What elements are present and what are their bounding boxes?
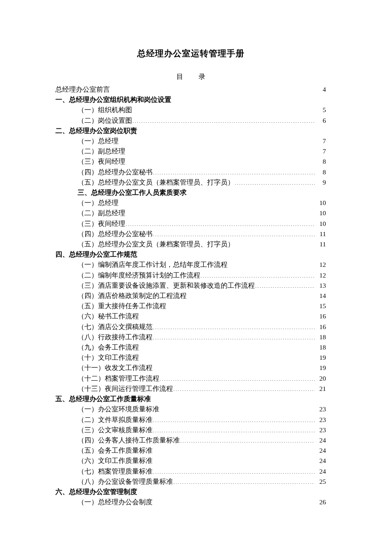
toc-leader-dots <box>153 332 315 339</box>
toc-entry: （一）总经理7 <box>78 136 326 146</box>
toc-section-heading: 三、总经理办公室工作人员素质要求 <box>78 188 326 198</box>
toc-page-number: 11 <box>315 239 326 249</box>
toc-page-number: 19 <box>315 353 326 363</box>
toc-leader-dots <box>153 457 315 463</box>
toc-entry: （二）文件草拟质量标准23 <box>78 415 326 425</box>
toc-leader-dots <box>159 405 315 412</box>
toc-section-heading: 六、总经理办公室管理制度 <box>55 487 326 497</box>
toc-page-number: 15 <box>315 301 326 311</box>
toc-entry: （三）夜间经理10 <box>78 219 326 229</box>
toc-entry: （十）文印工作流程19 <box>78 353 326 363</box>
toc-entry-label: （三）夜间经理 <box>78 219 125 229</box>
toc-entry-label: （四）公务客人接待工作质量标准 <box>78 435 180 445</box>
toc-entry: （七）酒店公文撰稿规范16 <box>78 322 326 332</box>
toc-page-number: 8 <box>315 167 326 177</box>
toc-entry: （五）总经理办公室文员（兼档案管理员、打字员）9 <box>78 177 326 188</box>
toc-entry: （二）编制年度经济预算计划的工作流程12 <box>78 270 326 280</box>
toc-leader-dots <box>110 85 315 92</box>
toc-leader-dots <box>255 281 315 288</box>
toc-entry-label: （一）总经理 <box>78 198 118 208</box>
toc-page-number: 10 <box>315 198 326 208</box>
toc-leader-dots <box>153 467 315 474</box>
toc-page-number: 12 <box>315 270 326 280</box>
toc-entry-label: （二）岗位设置图 <box>78 116 132 126</box>
toc-page-number: 4 <box>315 84 326 95</box>
toc-entry: （八）行政接待工作流程18 <box>78 332 326 342</box>
toc-leader-dots <box>153 446 315 453</box>
toc-entry: （六）秘书工作流程16 <box>78 311 326 321</box>
toc-leader-dots <box>118 137 315 144</box>
toc-leader-dots <box>159 374 315 381</box>
toc-page-number: 11 <box>315 229 326 239</box>
toc-leader-dots <box>228 260 315 267</box>
toc-leader-dots <box>132 116 315 123</box>
toc-entry: （四）总经理办公室秘书8 <box>78 167 326 177</box>
toc-leader-dots <box>166 302 315 309</box>
toc-entry: （六）文印工作质量标准24 <box>78 456 326 466</box>
toc-page-number: 10 <box>315 219 326 229</box>
toc-entry: （一）总经理办公会制度26 <box>78 497 326 507</box>
toc-page-number: 12 <box>315 260 326 270</box>
toc-section-heading: 五、总经理办公室工作质量标准 <box>55 394 326 404</box>
toc-entry-label: （二）副总经理 <box>78 208 125 218</box>
toc-entry: 总经理办公室前言4 <box>55 84 326 95</box>
toc-leader-dots <box>234 240 315 247</box>
toc-entry: （四）总经理办公室秘书11 <box>78 229 326 239</box>
toc-page-number: 23 <box>315 425 326 435</box>
toc-leader-dots <box>173 477 315 484</box>
toc-page-number: 6 <box>315 116 326 126</box>
toc-entry-label: 四、总经理办公室工作规范 <box>55 249 137 260</box>
toc-entry-label: 总经理办公室前言 <box>55 84 110 95</box>
toc-page-number: 19 <box>315 363 326 373</box>
toc-leader-dots <box>200 271 315 278</box>
toc-entry: （二）副总经理7 <box>78 146 326 156</box>
toc-page-number: 14 <box>315 291 326 301</box>
toc-entry-label: （二）副总经理 <box>78 146 125 156</box>
toc-leader-dots <box>153 425 315 432</box>
toc-page-number: 26 <box>315 497 326 507</box>
toc-page-number: 9 <box>315 177 326 188</box>
toc-entry-label: （六）秘书工作流程 <box>78 311 139 321</box>
toc-page-number: 10 <box>315 208 326 218</box>
toc-entry-label: （十二）档案管理工作流程 <box>78 373 159 384</box>
toc-heading: 目录 <box>55 72 326 82</box>
toc-page-number: 8 <box>315 156 326 167</box>
toc-page-number: 23 <box>315 404 326 414</box>
toc-entry-label: 二、总经理办公室岗位职责 <box>55 126 137 136</box>
toc-page-number: 24 <box>315 435 326 445</box>
toc-page-number: 7 <box>315 136 326 146</box>
toc-leader-dots <box>139 343 315 350</box>
toc-entry-label: （二）编制年度经济预算计划的工作流程 <box>78 270 200 280</box>
toc-entry-label: （五）会务工作质量标准 <box>78 445 153 456</box>
toc-entry: （八）办公室设备管理质量标准25 <box>78 477 326 487</box>
toc-page-number: 24 <box>315 445 326 456</box>
toc-leader-dots <box>153 168 315 174</box>
toc-leader-dots <box>153 322 315 329</box>
toc-entry: （三）夜间经理8 <box>78 156 326 167</box>
toc-entry: （一）办公室环境质量标准23 <box>78 404 326 414</box>
toc-entry-label: 一、总经理办公室组织机构和岗位设置 <box>55 95 171 105</box>
toc-entry: （一）组织机构图5 <box>78 105 326 115</box>
toc-leader-dots <box>139 312 315 319</box>
toc-section-heading: 二、总经理办公室岗位职责 <box>55 126 326 136</box>
toc-entry: （十一）收发文工作流程19 <box>78 363 326 373</box>
toc-entry: （五）重大接待任务工作流程15 <box>78 301 326 311</box>
toc-page-number: 16 <box>315 322 326 332</box>
toc-entry-label: （三）夜间经理 <box>78 156 125 167</box>
toc-entry: （二）副总经理10 <box>78 208 326 218</box>
toc-entry-label: （四）总经理办公室秘书 <box>78 229 153 239</box>
toc-entry-label: （一）组织机构图 <box>78 105 132 115</box>
toc-leader-dots <box>153 498 315 505</box>
toc-section-heading: 四、总经理办公室工作规范 <box>55 249 326 260</box>
toc-entry-label: （四）酒店价格政策制定的工程流程 <box>78 291 187 301</box>
toc-entry: （十三）夜间运行管理工作流程21 <box>78 384 326 394</box>
toc-page-number: 18 <box>315 342 326 353</box>
toc-page-number: 21 <box>315 384 326 394</box>
toc-heading-left: 目 <box>176 73 183 80</box>
toc-leader-dots <box>132 106 315 113</box>
toc-entry: （九）会务工作流程18 <box>78 342 326 353</box>
toc-entry: （一）编制酒店年度工作计划，总结年度工作流程12 <box>78 260 326 270</box>
toc-page-number: 18 <box>315 332 326 342</box>
toc-leader-dots <box>234 178 315 185</box>
toc-entry: （二）岗位设置图6 <box>78 116 326 126</box>
